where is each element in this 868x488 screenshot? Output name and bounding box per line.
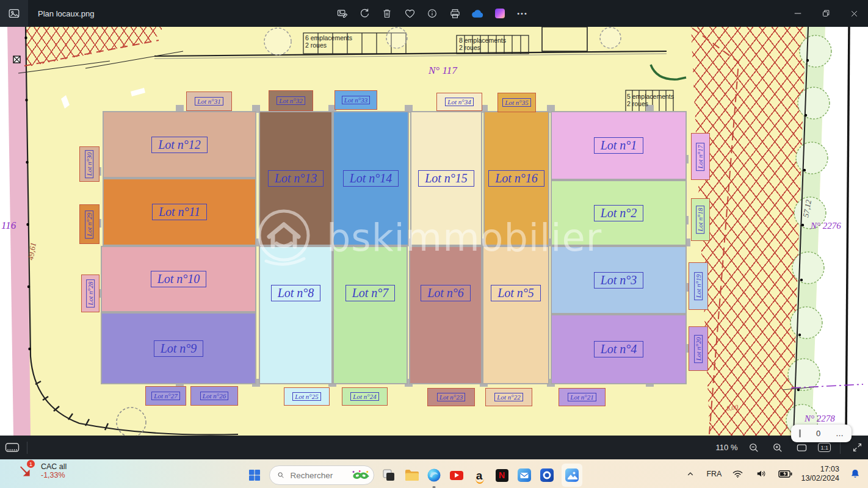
- task-view-button[interactable]: [381, 465, 397, 485]
- language-indicator[interactable]: FRA: [706, 470, 722, 478]
- viewer-toolbar: •••: [335, 0, 530, 27]
- fit-to-window-icon: [795, 442, 808, 454]
- youtube-icon: [450, 471, 463, 480]
- lot-25: Lot n°25: [284, 387, 330, 406]
- filmstrip-toggle-button[interactable]: [5, 439, 20, 456]
- opera-button[interactable]: [539, 465, 555, 485]
- photos-app-button[interactable]: [562, 464, 582, 487]
- more-dots-icon: •••: [517, 10, 528, 17]
- search-input[interactable]: [289, 470, 347, 481]
- edit-image-icon: [336, 7, 349, 20]
- widgets-button[interactable]: 1 CAC all -1,33%: [18, 462, 67, 480]
- lot-26: Lot n°26: [190, 386, 238, 406]
- close-button[interactable]: [840, 0, 868, 27]
- zoom-in-button[interactable]: [770, 439, 785, 456]
- start-button[interactable]: [247, 465, 262, 485]
- pipe-line: [651, 65, 686, 79]
- window-title: Plan locaux.png: [38, 9, 95, 18]
- battery-button[interactable]: [777, 464, 793, 484]
- lot-6-label: Lot n°6: [421, 285, 471, 301]
- search-box[interactable]: [269, 465, 374, 485]
- window-controls: [784, 0, 868, 27]
- overlay-count: 0: [816, 429, 820, 438]
- overlay-more-icon[interactable]: …: [836, 429, 844, 438]
- edit-image-button[interactable]: [335, 5, 349, 22]
- annotation-overlay[interactable]: 0 …: [791, 425, 852, 442]
- lot-7-label: Lot n°7: [345, 285, 396, 301]
- zoom-out-button[interactable]: [747, 439, 761, 456]
- rotate-button[interactable]: [357, 5, 372, 22]
- lot-23: Lot n°23: [427, 388, 475, 406]
- lot-1-label: Lot n°1: [594, 137, 644, 154]
- lot-12-label: Lot n°12: [151, 137, 208, 153]
- youtube-button[interactable]: [449, 465, 465, 485]
- parcel-number-right: N° 2276: [811, 221, 841, 231]
- parking3-line1: 5 emplacements: [627, 93, 674, 100]
- lot-13-label: Lot n°13: [268, 170, 324, 187]
- widget-title: CAC all: [41, 462, 67, 471]
- fullscreen-button[interactable]: [850, 439, 864, 456]
- parcel-number-left: 116: [1, 220, 16, 232]
- toolbar-separator: [27, 442, 27, 454]
- cursor-bar-icon: [799, 429, 801, 437]
- lot-5-label: Lot n°5: [491, 285, 541, 301]
- lot-19-label: Lot n°19: [694, 272, 703, 300]
- netflix-button[interactable]: N: [494, 465, 510, 485]
- lot-9-label: Lot n°9: [154, 340, 204, 357]
- print-button[interactable]: [447, 5, 462, 22]
- search-icon: [277, 470, 284, 480]
- right-margin: [692, 27, 868, 436]
- lot-4: Lot n°4: [551, 314, 687, 384]
- actual-size-button[interactable]: 1:1: [818, 443, 831, 452]
- mail-button[interactable]: [516, 465, 532, 485]
- lot-11: Lot n°11: [103, 178, 256, 246]
- lot-11-label: Lot n°11: [152, 204, 207, 220]
- viewer-bottom-bar: 110 % 1:1: [0, 436, 868, 459]
- delete-button[interactable]: [380, 5, 394, 22]
- taskbar-center: a N: [247, 464, 582, 487]
- amazon-button[interactable]: a: [471, 465, 487, 485]
- lot-35-label: Lot n°35: [502, 98, 530, 107]
- more-options-button[interactable]: •••: [515, 5, 530, 22]
- edge-button[interactable]: [426, 465, 442, 485]
- notifications-button[interactable]: [847, 464, 863, 484]
- lot-8: Lot n°8: [259, 246, 333, 384]
- info-button[interactable]: [425, 5, 439, 22]
- lot-2-label: Lot n°2: [594, 205, 644, 221]
- chevron-up-icon: [685, 468, 696, 479]
- lot-3: Lot n°3: [551, 246, 687, 314]
- lot-17: Lot n°17: [691, 133, 710, 180]
- lot-5: Lot n°5: [482, 246, 549, 384]
- lot-7: Lot n°7: [333, 246, 408, 384]
- battery-charging-icon: [778, 468, 792, 479]
- window-titlebar: Plan locaux.png: [0, 0, 868, 27]
- volume-button[interactable]: [753, 464, 769, 484]
- photos-taskbar-icon: [565, 468, 579, 482]
- netflix-icon: N: [496, 469, 508, 482]
- zoom-in-icon: [772, 442, 784, 454]
- file-explorer-button[interactable]: [403, 465, 419, 485]
- minimize-button[interactable]: [784, 0, 812, 27]
- photo-canvas[interactable]: Lot n°12 Lot n°11 Lot n°10 Lot n°9 Lot n…: [0, 27, 868, 436]
- clock[interactable]: 17:03 13/02/2024: [801, 465, 839, 483]
- amazon-icon: a: [476, 470, 483, 481]
- tray-chevron-button[interactable]: [682, 464, 698, 484]
- parking3-line2: 2 roues: [627, 100, 674, 107]
- lot-28-label: Lot n°28: [86, 279, 95, 307]
- app-icon-tile[interactable]: [0, 0, 28, 27]
- lot-1: Lot n°1: [551, 111, 687, 180]
- lot-24-label: Lot n°24: [350, 392, 378, 401]
- lot-33-label: Lot n°33: [342, 96, 370, 104]
- restore-button[interactable]: [812, 0, 840, 27]
- lot-21: Lot n°21: [559, 388, 606, 406]
- wifi-button[interactable]: [729, 464, 745, 484]
- favorite-button[interactable]: [402, 5, 417, 22]
- lot-8-label: Lot n°8: [271, 285, 321, 301]
- onedrive-button[interactable]: [470, 5, 485, 22]
- lot-10: Lot n°10: [101, 246, 256, 312]
- lot-13: Lot n°13: [259, 111, 333, 246]
- designer-button[interactable]: [493, 5, 507, 22]
- toolbar-separator-2: [840, 442, 841, 454]
- zoom-out-icon: [748, 442, 760, 454]
- lot-9: Lot n°9: [101, 312, 256, 384]
